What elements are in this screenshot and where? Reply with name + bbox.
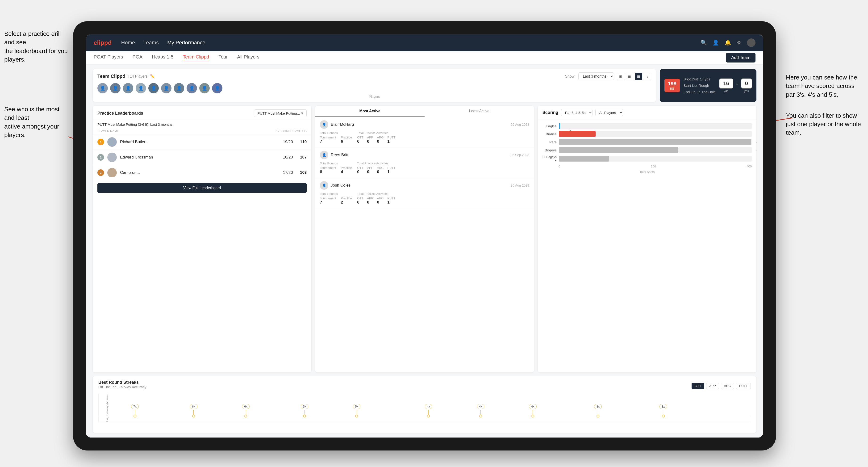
team-name-label: Team Clippd — [97, 73, 125, 79]
nav-my-performance[interactable]: My Performance — [167, 40, 205, 46]
show-period-dropdown[interactable]: Last 3 months — [578, 72, 614, 80]
view-leaderboard-button[interactable]: View Full Leaderboard — [97, 183, 307, 193]
player-avatar-8[interactable]: 👤 — [187, 83, 197, 93]
lb-avatar-1 — [107, 137, 117, 147]
pa-avatar-2[interactable]: 👤 — [320, 151, 328, 159]
yds-left-label: yds — [719, 89, 733, 93]
pa-avatar-1[interactable]: 👤 — [320, 120, 328, 129]
par-filter-dropdown[interactable]: Par 3, 4 & 5s — [561, 109, 592, 116]
lb-score-1: 19/20 — [283, 139, 293, 144]
team-players-row: 👤 👤 👤 👤 👤 👤 👤 👤 👤 👤 — [97, 83, 651, 93]
best-round-streaks-card: Best Round Streaks Off The Tee, Fairway … — [93, 376, 756, 433]
view-card-icon[interactable]: ▦ — [635, 73, 642, 80]
player-avatar-4[interactable]: 👤 — [135, 83, 146, 93]
user-avatar[interactable] — [747, 38, 755, 47]
player-avatar-5[interactable]: 👤 — [148, 83, 159, 93]
pa-date-2: 02 Sep 2023 — [510, 153, 529, 157]
tablet-screen: clippd Home Teams My Performance 🔍 👤 🔔 ⚙… — [86, 34, 763, 437]
bell-icon[interactable]: 🔔 — [724, 40, 731, 46]
pa-stats-1: Total Rounds Tournament 7 Practice 6 — [320, 131, 529, 144]
nav-icons: 🔍 👤 🔔 ⚙ — [701, 38, 755, 47]
annotation-left2: See who is the most and least active amo… — [4, 105, 70, 139]
player-avatar-1[interactable]: 👤 — [97, 83, 108, 93]
chart-row-bogeys: Bogeys 311 — [542, 147, 752, 153]
lb-row-3[interactable]: 3 Cameron... 17/20 103 — [93, 165, 311, 180]
lb-name-3: Cameron... — [120, 170, 280, 175]
edit-team-icon[interactable]: ✏️ — [150, 74, 155, 79]
eagles-bar — [559, 123, 560, 129]
settings-icon[interactable]: ⚙ — [737, 40, 741, 46]
activity-player-2: 👤 Rees Britt 02 Sep 2023 Total Rounds To… — [315, 148, 534, 178]
shot-yds: 16 yds ○ 0 yds — [719, 79, 752, 93]
pill-putt[interactable]: PUTT — [736, 383, 751, 389]
eagles-bar-wrap: 3 — [559, 123, 752, 129]
dbogeys-bar-wrap: 131 — [559, 156, 752, 161]
shot-badge: 198 SG — [664, 79, 680, 92]
player-avatar-10[interactable]: 👤 — [212, 83, 222, 93]
drill-dropdown[interactable]: PUTT Must Make Putting... ▾ — [254, 110, 307, 117]
nav-home[interactable]: Home — [121, 40, 135, 46]
birdies-bar-wrap: 96 — [559, 131, 752, 137]
shot-info: Shot Dist: 14 yds Start Lie: Rough End L… — [684, 76, 716, 95]
bogeys-bar — [559, 147, 679, 153]
chart-row-eagles: Eagles 3 — [542, 123, 752, 129]
search-icon[interactable]: 🔍 — [701, 40, 707, 46]
pill-ott[interactable]: OTT — [691, 383, 704, 389]
tab-least-active[interactable]: Least Active — [425, 106, 534, 117]
pa-name-2: Rees Britt — [331, 153, 508, 157]
shot-card: 198 SG Shot Dist: 14 yds Start Lie: Roug… — [660, 69, 756, 102]
lb-avatar-3 — [107, 168, 117, 177]
nav-links: Home Teams My Performance — [121, 40, 691, 46]
pa-name-3: Josh Coles — [331, 183, 508, 188]
players-filter-dropdown[interactable]: All Players — [595, 109, 623, 116]
timeline-dot-7: 4x — [477, 404, 485, 417]
connector-circle: ○ — [736, 79, 739, 93]
lb-row-1[interactable]: 1 Richard Butler... 19/20 110 — [93, 134, 311, 150]
pars-bar — [559, 139, 751, 145]
lb-avg-1: 110 — [300, 139, 307, 144]
add-team-button[interactable]: Add Team — [726, 53, 755, 63]
timeline-dot-8: 4x — [529, 404, 536, 417]
people-icon[interactable]: 👤 — [713, 40, 719, 46]
lb-score-3: 17/20 — [283, 170, 293, 175]
lb-row-2[interactable]: 2 Edward Crossman 18/20 107 — [93, 150, 311, 165]
nav-teams[interactable]: Teams — [144, 40, 159, 46]
streaks-header: Best Round Streaks Off The Tee, Fairway … — [98, 380, 751, 392]
tab-all-players[interactable]: All Players — [237, 54, 259, 61]
tab-most-active[interactable]: Most Active — [315, 106, 425, 117]
view-grid-icon[interactable]: ⊞ — [617, 73, 624, 80]
tab-pga[interactable]: PGA — [132, 54, 143, 61]
player-avatar-2[interactable]: 👤 — [110, 83, 121, 93]
leaderboard-header: Practice Leaderboards PUTT Must Make Put… — [93, 106, 311, 120]
timeline-dot-2: 6x — [190, 404, 197, 417]
bogeys-value: 311 — [756, 148, 756, 152]
timeline-dot-6: 4x — [425, 404, 432, 417]
tab-tour[interactable]: Tour — [218, 54, 228, 61]
lb-rank-2: 2 — [97, 154, 104, 161]
view-list-icon[interactable]: ☰ — [626, 73, 633, 80]
bogeys-bar-wrap: 311 — [559, 147, 752, 153]
player-avatar-9[interactable]: 👤 — [199, 83, 210, 93]
pill-arg[interactable]: ARG — [721, 383, 734, 389]
player-avatar-6[interactable]: 👤 — [161, 83, 172, 93]
birdies-label: Birdies — [542, 132, 557, 136]
timeline-chart: % A, Fairway Accuracy 7x 6x — [98, 394, 751, 422]
activity-player-1: 👤 Blair McHarg 26 Aug 2023 Total Rounds … — [315, 117, 534, 148]
annotation-left1: Select a practice drill and see the lead… — [4, 30, 70, 64]
pill-app[interactable]: APP — [706, 383, 719, 389]
chart-row-dbogeys: D. Bogeys + 131 — [542, 155, 752, 162]
leaderboard-title: Practice Leaderboards — [97, 111, 143, 116]
tab-pgat-players[interactable]: PGAT Players — [94, 54, 123, 61]
activity-player-3: 👤 Josh Coles 26 Aug 2023 Total Rounds To… — [315, 178, 534, 208]
pa-header-3: 👤 Josh Coles 26 Aug 2023 — [320, 181, 529, 190]
activity-tabs: Most Active Least Active — [315, 106, 534, 117]
view-sort-icon[interactable]: ↕ — [644, 73, 651, 80]
tab-hcaps[interactable]: Hcaps 1-5 — [152, 54, 173, 61]
chevron-down-icon: ▾ — [301, 111, 303, 115]
tab-team-clippd[interactable]: Team Clippd — [183, 54, 209, 61]
pa-avatar-3[interactable]: 👤 — [320, 181, 328, 190]
yds-right-label: yds — [741, 89, 752, 93]
team-count: | 14 Players — [128, 74, 148, 79]
player-avatar-7[interactable]: 👤 — [174, 83, 184, 93]
player-avatar-3[interactable]: 👤 — [123, 83, 133, 93]
